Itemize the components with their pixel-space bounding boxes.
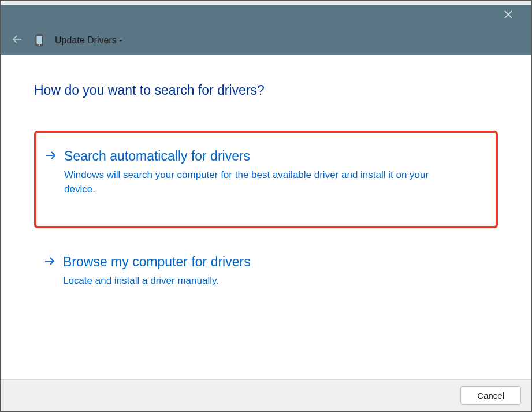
close-button[interactable]: [497, 5, 520, 26]
cancel-button[interactable]: Cancel: [460, 386, 521, 405]
wizard-title: Update Drivers -: [55, 35, 122, 46]
close-icon: [504, 10, 512, 21]
page-heading: How do you want to search for drivers?: [34, 83, 498, 98]
window-top-border: [1, 1, 531, 5]
wizard-header: Update Drivers -: [1, 26, 531, 55]
device-icon: [34, 34, 44, 47]
svg-rect-4: [37, 36, 42, 44]
option-title: Browse my computer for drivers: [63, 254, 481, 271]
titlebar: [1, 5, 531, 26]
arrow-right-icon: [43, 257, 56, 265]
arrow-right-icon: [44, 151, 57, 159]
option-text-block: Browse my computer for drivers Locate an…: [63, 254, 481, 288]
svg-point-5: [39, 44, 40, 46]
footer: Cancel: [1, 379, 531, 411]
option-title: Search automatically for drivers: [64, 148, 478, 165]
option-browse-computer[interactable]: Browse my computer for drivers Locate an…: [34, 240, 498, 305]
arrow-left-icon: [12, 34, 23, 47]
option-description: Windows will search your computer for th…: [64, 168, 434, 197]
option-text-block: Search automatically for drivers Windows…: [64, 148, 478, 197]
option-search-automatically[interactable]: Search automatically for drivers Windows…: [34, 131, 498, 228]
back-button[interactable]: [11, 34, 24, 47]
option-description: Locate and install a driver manually.: [63, 273, 433, 288]
content-area: How do you want to search for drivers? S…: [1, 55, 531, 379]
